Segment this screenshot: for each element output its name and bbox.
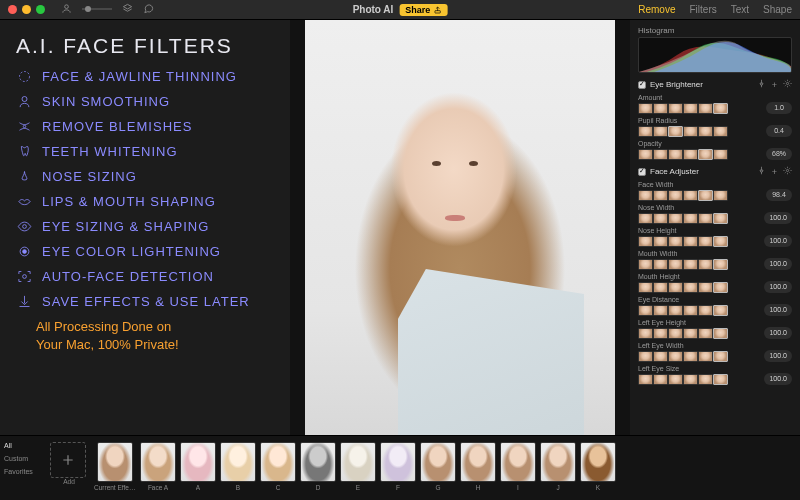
param-thumb[interactable] bbox=[638, 259, 653, 270]
preset-thumb[interactable] bbox=[380, 442, 416, 482]
param-thumb-slider[interactable] bbox=[638, 374, 728, 385]
param-thumb[interactable] bbox=[638, 103, 653, 114]
pin-icon[interactable] bbox=[757, 79, 766, 90]
param-thumb[interactable] bbox=[668, 259, 683, 270]
param-thumb[interactable] bbox=[668, 213, 683, 224]
param-thumb[interactable] bbox=[683, 259, 698, 270]
param-thumb[interactable] bbox=[698, 328, 713, 339]
param-thumb[interactable] bbox=[713, 190, 728, 201]
param-value[interactable]: 100.0 bbox=[764, 304, 792, 316]
param-thumb[interactable] bbox=[698, 282, 713, 293]
preset-item[interactable]: B bbox=[220, 442, 256, 498]
param-value[interactable]: 68% bbox=[766, 148, 792, 160]
param-thumb[interactable] bbox=[683, 213, 698, 224]
param-thumb[interactable] bbox=[683, 149, 698, 160]
preset-thumb[interactable] bbox=[140, 442, 176, 482]
param-thumb[interactable] bbox=[638, 328, 653, 339]
param-thumb-slider[interactable] bbox=[638, 282, 728, 293]
param-value[interactable]: 1.0 bbox=[766, 102, 792, 114]
panel-header[interactable]: Face Adjuster+ bbox=[638, 166, 792, 177]
param-thumb[interactable] bbox=[638, 236, 653, 247]
param-thumb[interactable] bbox=[638, 374, 653, 385]
preset-category-all[interactable]: All bbox=[4, 442, 44, 449]
mode-tab-filters[interactable]: Filters bbox=[690, 4, 717, 15]
param-thumb-slider[interactable] bbox=[638, 305, 728, 316]
param-thumb[interactable] bbox=[638, 149, 653, 160]
preset-item[interactable]: C bbox=[260, 442, 296, 498]
param-thumb-slider[interactable] bbox=[638, 213, 728, 224]
param-value[interactable]: 100.0 bbox=[764, 281, 792, 293]
param-thumb[interactable] bbox=[683, 305, 698, 316]
mode-tab-remove[interactable]: Remove bbox=[638, 4, 675, 15]
slider-icon[interactable] bbox=[82, 4, 112, 15]
param-thumb[interactable] bbox=[653, 374, 668, 385]
param-thumb[interactable] bbox=[683, 126, 698, 137]
share-button[interactable]: Share bbox=[399, 4, 447, 16]
param-thumb-slider[interactable] bbox=[638, 328, 728, 339]
param-value[interactable]: 98.4 bbox=[766, 189, 792, 201]
param-value[interactable]: 100.0 bbox=[764, 235, 792, 247]
param-value[interactable]: 100.0 bbox=[764, 373, 792, 385]
param-thumb[interactable] bbox=[698, 190, 713, 201]
param-thumb[interactable] bbox=[683, 351, 698, 362]
gear-icon[interactable] bbox=[783, 79, 792, 90]
canvas[interactable] bbox=[290, 20, 630, 435]
param-thumb[interactable] bbox=[638, 126, 653, 137]
param-thumb[interactable] bbox=[713, 103, 728, 114]
preset-item[interactable]: E bbox=[340, 442, 376, 498]
param-thumb[interactable] bbox=[668, 103, 683, 114]
preset-thumb[interactable] bbox=[500, 442, 536, 482]
param-thumb[interactable] bbox=[698, 374, 713, 385]
param-value[interactable]: 100.0 bbox=[764, 212, 792, 224]
panel-checkbox[interactable] bbox=[638, 168, 646, 176]
param-thumb[interactable] bbox=[668, 149, 683, 160]
param-thumb[interactable] bbox=[713, 374, 728, 385]
param-thumb[interactable] bbox=[698, 126, 713, 137]
preset-item[interactable]: Current Effects bbox=[94, 442, 136, 498]
param-thumb[interactable] bbox=[713, 236, 728, 247]
panel-checkbox[interactable] bbox=[638, 81, 646, 89]
param-thumb[interactable] bbox=[653, 328, 668, 339]
close-window-button[interactable] bbox=[8, 5, 17, 14]
param-thumb[interactable] bbox=[653, 190, 668, 201]
param-thumb[interactable] bbox=[653, 126, 668, 137]
preset-item[interactable]: A bbox=[180, 442, 216, 498]
param-value[interactable]: 0.4 bbox=[766, 125, 792, 137]
add-icon[interactable]: + bbox=[770, 167, 779, 177]
param-thumb[interactable] bbox=[653, 236, 668, 247]
param-thumb-slider[interactable] bbox=[638, 149, 728, 160]
param-thumb[interactable] bbox=[638, 282, 653, 293]
pin-icon[interactable] bbox=[757, 166, 766, 177]
param-thumb-slider[interactable] bbox=[638, 351, 728, 362]
param-thumb[interactable] bbox=[668, 236, 683, 247]
param-thumb[interactable] bbox=[698, 213, 713, 224]
param-thumb[interactable] bbox=[698, 351, 713, 362]
preset-category-favorites[interactable]: Favorites bbox=[4, 468, 44, 475]
param-value[interactable]: 100.0 bbox=[764, 327, 792, 339]
param-thumb-slider[interactable] bbox=[638, 126, 728, 137]
gear-icon[interactable] bbox=[783, 166, 792, 177]
preset-category-custom[interactable]: Custom bbox=[4, 455, 44, 462]
preset-thumb[interactable] bbox=[180, 442, 216, 482]
param-thumb[interactable] bbox=[653, 259, 668, 270]
param-thumb[interactable] bbox=[698, 236, 713, 247]
histogram[interactable] bbox=[638, 37, 792, 73]
add-preset-button[interactable] bbox=[50, 442, 86, 478]
param-thumb[interactable] bbox=[698, 259, 713, 270]
param-thumb[interactable] bbox=[683, 236, 698, 247]
param-thumb[interactable] bbox=[668, 126, 683, 137]
param-thumb-slider[interactable] bbox=[638, 259, 728, 270]
preset-item[interactable]: J bbox=[540, 442, 576, 498]
param-thumb[interactable] bbox=[668, 351, 683, 362]
param-thumb[interactable] bbox=[653, 305, 668, 316]
param-thumb[interactable] bbox=[698, 103, 713, 114]
param-thumb[interactable] bbox=[638, 213, 653, 224]
zoom-window-button[interactable] bbox=[36, 5, 45, 14]
param-value[interactable]: 100.0 bbox=[764, 258, 792, 270]
preset-item[interactable]: K bbox=[580, 442, 616, 498]
param-thumb[interactable] bbox=[668, 190, 683, 201]
preset-thumb[interactable] bbox=[300, 442, 336, 482]
param-thumb-slider[interactable] bbox=[638, 236, 728, 247]
param-thumb[interactable] bbox=[713, 328, 728, 339]
add-icon[interactable]: + bbox=[770, 80, 779, 90]
